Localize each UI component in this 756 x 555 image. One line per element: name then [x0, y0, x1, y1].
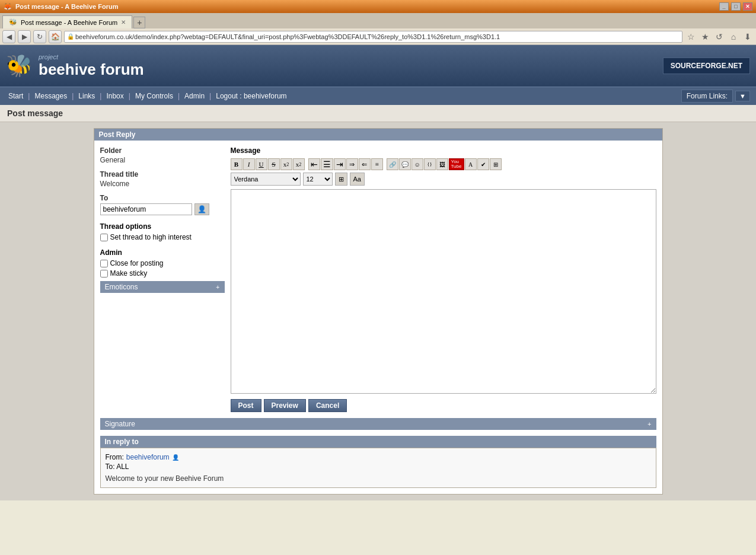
- home-button[interactable]: 🏠: [49, 30, 62, 43]
- forum-links: Forum Links: ▼: [681, 90, 750, 103]
- signature-section: Signature +: [100, 418, 656, 430]
- close-for-posting-label: Close for posting: [110, 259, 164, 267]
- nav-my-controls[interactable]: My Controls: [133, 91, 176, 101]
- align-right-button[interactable]: ⇥: [334, 158, 346, 170]
- indent-button[interactable]: ⇒: [346, 158, 358, 170]
- download-icon[interactable]: ⬇: [742, 31, 754, 43]
- tab-bar: 🐝 Post message - A Beehive Forum ✕ +: [0, 13, 756, 28]
- signature-expand-icon[interactable]: +: [647, 420, 651, 428]
- bubble-button[interactable]: 💬: [399, 158, 411, 170]
- emoticons-expand-icon[interactable]: +: [216, 283, 219, 291]
- main-content: Post Reply Folder General Thread title W…: [0, 122, 756, 500]
- code-button[interactable]: {}: [424, 158, 436, 170]
- right-panel: Message B I U S x2 x2 ⇤ ☰ ⇥: [231, 146, 656, 412]
- to-label: To: [100, 194, 225, 202]
- emoticons-label: Emoticons: [105, 283, 138, 291]
- nav-logout[interactable]: Logout : beehiveforum: [213, 91, 289, 101]
- tab-close-button[interactable]: ✕: [121, 19, 126, 25]
- reply-body: Welcome to your new Beehive Forum: [106, 474, 651, 483]
- italic-button[interactable]: I: [243, 158, 255, 170]
- font-size-select[interactable]: 8 10 12 14 16 18 24: [303, 173, 333, 186]
- reload-button[interactable]: ↻: [33, 30, 46, 43]
- lock-icon: 🔒: [67, 33, 74, 40]
- title-bar-left: 🦊 Post message - A Beehive Forum: [4, 3, 118, 11]
- underline-button[interactable]: U: [256, 158, 267, 170]
- align-left-button[interactable]: ⇤: [308, 158, 320, 170]
- link-button[interactable]: 🔗: [387, 158, 398, 170]
- nav-messages[interactable]: Messages: [32, 91, 69, 101]
- high-interest-checkbox[interactable]: [100, 234, 108, 241]
- youtube-button[interactable]: YouTube: [449, 158, 464, 170]
- content-area: 🐝 project beehive forum SOURCEFORGE.NET …: [0, 45, 756, 500]
- close-for-posting-checkbox[interactable]: [100, 260, 108, 267]
- close-button[interactable]: ✕: [743, 2, 752, 11]
- reply-to-label: To:: [106, 462, 115, 471]
- message-textarea[interactable]: [231, 189, 656, 394]
- font-controls: Verdana Arial Times New Roman Courier Ne…: [231, 173, 656, 186]
- site-header: 🐝 project beehive forum SOURCEFORGE.NET: [0, 45, 756, 87]
- signature-label: Signature: [105, 420, 135, 428]
- address-bar-wrap: 🔒: [64, 31, 682, 43]
- new-tab-button[interactable]: +: [133, 17, 145, 28]
- forward-button[interactable]: ▶: [18, 30, 31, 43]
- to-input[interactable]: [100, 203, 192, 215]
- spell-check-button[interactable]: ✔: [477, 158, 489, 170]
- thread-options-label: Thread options: [100, 222, 225, 231]
- reply-from-user-link[interactable]: beehiveforum: [126, 453, 170, 461]
- emoticons-header[interactable]: Emoticons +: [100, 281, 225, 293]
- message-label: Message: [231, 146, 656, 155]
- font-family-select[interactable]: Verdana Arial Times New Roman Courier Ne…: [231, 173, 301, 186]
- table-button[interactable]: ⊞: [490, 158, 502, 170]
- emoticon-button[interactable]: ☺: [412, 158, 423, 170]
- superscript-button[interactable]: x2: [280, 158, 292, 170]
- title-bar: 🦊 Post message - A Beehive Forum _ □ ✕: [0, 0, 756, 13]
- sourceforge-badge[interactable]: SOURCEFORGE.NET: [663, 58, 750, 74]
- toolbar: B I U S x2 x2 ⇤ ☰ ⇥ ⇒ ⇐ ≡: [231, 158, 656, 170]
- admin-label: Admin: [100, 248, 225, 257]
- reply-from-row: From: beehiveforum 👤: [106, 453, 651, 461]
- nav-start[interactable]: Start: [6, 91, 25, 101]
- bee-logo-icon: 🐝: [6, 53, 33, 78]
- back-button[interactable]: ◀: [2, 30, 15, 43]
- browser-logo: 🦊: [4, 3, 12, 11]
- nav-links[interactable]: Links: [76, 91, 97, 101]
- nav-inbox[interactable]: Inbox: [104, 91, 126, 101]
- folder-value: General: [100, 156, 225, 164]
- font-size-adjust-button[interactable]: Aa: [350, 173, 365, 186]
- make-sticky-option[interactable]: Make sticky: [100, 269, 225, 278]
- preview-button[interactable]: Preview: [264, 399, 306, 412]
- strikethrough-button[interactable]: S: [268, 158, 280, 170]
- high-interest-option[interactable]: Set thread to high interest: [100, 233, 225, 241]
- browser-title: Post message - A Beehive Forum: [15, 3, 118, 10]
- refresh-icon[interactable]: ↺: [713, 31, 725, 43]
- thread-title-label: Thread title: [100, 170, 225, 178]
- to-browse-button[interactable]: 👤: [194, 203, 209, 215]
- reply-to-value: ALL: [116, 462, 129, 471]
- maximize-button[interactable]: □: [731, 2, 741, 11]
- bold-button[interactable]: B: [231, 158, 243, 170]
- forum-links-dropdown[interactable]: ▼: [735, 91, 750, 101]
- page-title: Post message: [7, 109, 749, 118]
- in-reply-header: In reply to: [100, 436, 656, 448]
- make-sticky-checkbox[interactable]: [100, 270, 108, 278]
- address-bar[interactable]: [75, 33, 680, 40]
- bookmark-add-icon[interactable]: ★: [699, 31, 711, 43]
- active-tab[interactable]: 🐝 Post message - A Beehive Forum ✕: [2, 15, 132, 28]
- nav-admin[interactable]: Admin: [182, 91, 207, 101]
- subscript-button[interactable]: x2: [293, 158, 305, 170]
- cancel-button[interactable]: Cancel: [308, 399, 347, 412]
- color-button[interactable]: A: [465, 158, 477, 170]
- signature-header[interactable]: Signature +: [100, 418, 656, 430]
- justify-button[interactable]: ≡: [371, 158, 383, 170]
- image-button[interactable]: 🖼: [436, 158, 448, 170]
- post-button[interactable]: Post: [231, 399, 261, 412]
- bookmark-star-icon[interactable]: ☆: [685, 31, 697, 43]
- minimize-button[interactable]: _: [719, 2, 729, 11]
- outdent-button[interactable]: ⇐: [359, 158, 371, 170]
- nav-links: Start | Messages | Links | Inbox | My Co…: [6, 91, 289, 101]
- close-for-posting-option[interactable]: Close for posting: [100, 259, 225, 267]
- font-color-button[interactable]: ⊞: [335, 173, 347, 186]
- post-form-wrapper: Post Reply Folder General Thread title W…: [94, 128, 663, 495]
- home-nav-icon[interactable]: ⌂: [728, 31, 739, 43]
- align-center-button[interactable]: ☰: [321, 158, 333, 170]
